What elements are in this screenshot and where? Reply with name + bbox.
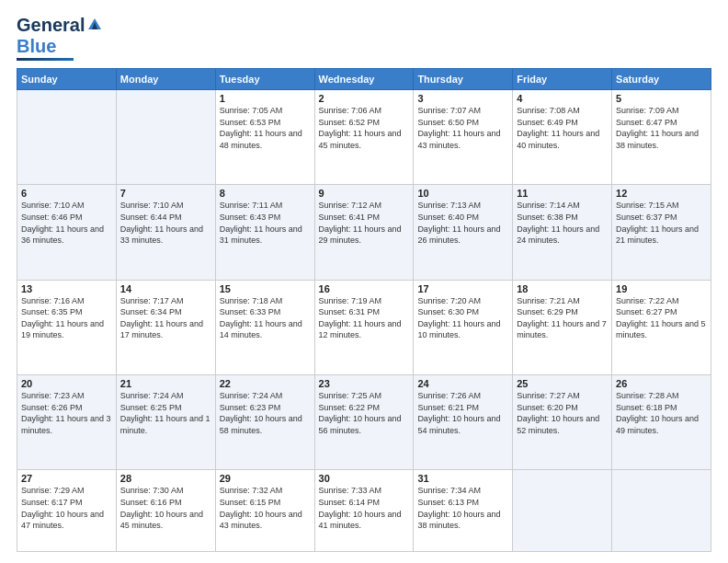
day-info: Sunrise: 7:27 AMSunset: 6:20 PMDaylight:… [517,390,608,436]
calendar-cell [116,90,215,185]
day-info: Sunrise: 7:09 AMSunset: 6:47 PMDaylight:… [616,105,707,151]
day-number: 1 [220,93,311,104]
day-info: Sunrise: 7:34 AMSunset: 6:13 PMDaylight:… [417,485,508,531]
day-number: 22 [220,378,311,389]
day-number: 20 [21,378,112,389]
header: General Blue [17,15,711,61]
calendar-header-monday: Monday [116,69,215,90]
day-number: 4 [517,93,608,104]
day-info: Sunrise: 7:16 AMSunset: 6:35 PMDaylight:… [21,295,112,341]
day-info: Sunrise: 7:17 AMSunset: 6:34 PMDaylight:… [120,295,211,341]
logo: General Blue [17,15,103,61]
day-info: Sunrise: 7:24 AMSunset: 6:25 PMDaylight:… [120,390,211,436]
day-info: Sunrise: 7:13 AMSunset: 6:40 PMDaylight:… [417,200,508,246]
calendar-week-row-2: 6Sunrise: 7:10 AMSunset: 6:46 PMDaylight… [17,185,711,280]
day-number: 23 [319,378,410,389]
logo-blue: Blue [17,36,56,57]
day-info: Sunrise: 7:22 AMSunset: 6:27 PMDaylight:… [616,295,707,341]
calendar-cell: 11Sunrise: 7:14 AMSunset: 6:38 PMDayligh… [513,185,612,280]
calendar-cell: 27Sunrise: 7:29 AMSunset: 6:17 PMDayligh… [17,470,117,552]
day-info: Sunrise: 7:06 AMSunset: 6:52 PMDaylight:… [319,105,410,151]
day-number: 17 [417,283,508,294]
day-number: 5 [616,93,707,104]
day-number: 28 [120,473,211,484]
calendar-cell: 20Sunrise: 7:23 AMSunset: 6:26 PMDayligh… [17,374,117,469]
logo-general: General [17,15,85,36]
day-number: 6 [21,188,112,199]
day-info: Sunrise: 7:07 AMSunset: 6:50 PMDaylight:… [417,105,508,151]
calendar-cell: 25Sunrise: 7:27 AMSunset: 6:20 PMDayligh… [513,374,612,469]
day-info: Sunrise: 7:29 AMSunset: 6:17 PMDaylight:… [21,485,112,531]
day-info: Sunrise: 7:26 AMSunset: 6:21 PMDaylight:… [417,390,508,436]
day-number: 21 [120,378,211,389]
day-number: 16 [319,283,410,294]
day-info: Sunrise: 7:14 AMSunset: 6:38 PMDaylight:… [517,200,608,246]
day-info: Sunrise: 7:18 AMSunset: 6:33 PMDaylight:… [220,295,311,341]
day-number: 9 [319,188,410,199]
calendar-header-sunday: Sunday [17,69,117,90]
day-info: Sunrise: 7:25 AMSunset: 6:22 PMDaylight:… [319,390,410,436]
day-number: 30 [319,473,410,484]
day-number: 12 [616,188,707,199]
calendar-week-row-3: 13Sunrise: 7:16 AMSunset: 6:35 PMDayligh… [17,280,711,374]
day-number: 14 [120,283,211,294]
day-number: 10 [417,188,508,199]
calendar-cell: 16Sunrise: 7:19 AMSunset: 6:31 PMDayligh… [314,280,414,374]
day-number: 8 [220,188,311,199]
calendar-cell: 12Sunrise: 7:15 AMSunset: 6:37 PMDayligh… [612,185,711,280]
calendar-cell: 31Sunrise: 7:34 AMSunset: 6:13 PMDayligh… [414,470,513,552]
day-number: 31 [417,473,508,484]
calendar-cell [612,470,711,552]
calendar-cell: 9Sunrise: 7:12 AMSunset: 6:41 PMDaylight… [314,185,414,280]
day-number: 19 [616,283,707,294]
calendar-cell: 5Sunrise: 7:09 AMSunset: 6:47 PMDaylight… [612,90,711,185]
calendar-cell: 18Sunrise: 7:21 AMSunset: 6:29 PMDayligh… [513,280,612,374]
day-number: 7 [120,188,211,199]
calendar-cell: 30Sunrise: 7:33 AMSunset: 6:14 PMDayligh… [314,470,414,552]
day-info: Sunrise: 7:30 AMSunset: 6:16 PMDaylight:… [120,485,211,531]
calendar-cell: 17Sunrise: 7:20 AMSunset: 6:30 PMDayligh… [414,280,513,374]
calendar-header-friday: Friday [513,69,612,90]
calendar-header-thursday: Thursday [414,69,513,90]
day-info: Sunrise: 7:24 AMSunset: 6:23 PMDaylight:… [220,390,311,436]
calendar-table: SundayMondayTuesdayWednesdayThursdayFrid… [17,68,711,552]
day-number: 15 [220,283,311,294]
logo-icon [86,17,103,33]
calendar-cell: 4Sunrise: 7:08 AMSunset: 6:49 PMDaylight… [513,90,612,185]
day-number: 11 [517,188,608,199]
day-info: Sunrise: 7:08 AMSunset: 6:49 PMDaylight:… [517,105,608,151]
calendar-cell: 21Sunrise: 7:24 AMSunset: 6:25 PMDayligh… [116,374,215,469]
day-info: Sunrise: 7:05 AMSunset: 6:53 PMDaylight:… [220,105,311,151]
day-info: Sunrise: 7:10 AMSunset: 6:46 PMDaylight:… [21,200,112,246]
calendar-week-row-4: 20Sunrise: 7:23 AMSunset: 6:26 PMDayligh… [17,374,711,469]
calendar-cell: 26Sunrise: 7:28 AMSunset: 6:18 PMDayligh… [612,374,711,469]
day-number: 18 [517,283,608,294]
calendar-cell: 29Sunrise: 7:32 AMSunset: 6:15 PMDayligh… [215,470,314,552]
day-info: Sunrise: 7:15 AMSunset: 6:37 PMDaylight:… [616,200,707,246]
day-info: Sunrise: 7:21 AMSunset: 6:29 PMDaylight:… [517,295,608,341]
day-number: 25 [517,378,608,389]
page: General Blue SundayMondayTuesdayWednesda… [0,0,728,563]
calendar-header-saturday: Saturday [612,69,711,90]
calendar-cell [17,90,117,185]
day-number: 3 [417,93,508,104]
calendar-cell: 1Sunrise: 7:05 AMSunset: 6:53 PMDaylight… [215,90,314,185]
day-info: Sunrise: 7:12 AMSunset: 6:41 PMDaylight:… [319,200,410,246]
calendar-cell: 23Sunrise: 7:25 AMSunset: 6:22 PMDayligh… [314,374,414,469]
day-number: 29 [220,473,311,484]
day-info: Sunrise: 7:11 AMSunset: 6:43 PMDaylight:… [220,200,311,246]
calendar-cell: 2Sunrise: 7:06 AMSunset: 6:52 PMDaylight… [314,90,414,185]
day-number: 13 [21,283,112,294]
calendar-cell: 3Sunrise: 7:07 AMSunset: 6:50 PMDaylight… [414,90,513,185]
calendar-cell: 22Sunrise: 7:24 AMSunset: 6:23 PMDayligh… [215,374,314,469]
day-info: Sunrise: 7:28 AMSunset: 6:18 PMDaylight:… [616,390,707,436]
calendar-header-wednesday: Wednesday [314,69,414,90]
calendar-cell: 24Sunrise: 7:26 AMSunset: 6:21 PMDayligh… [414,374,513,469]
calendar-cell: 6Sunrise: 7:10 AMSunset: 6:46 PMDaylight… [17,185,117,280]
day-info: Sunrise: 7:23 AMSunset: 6:26 PMDaylight:… [21,390,112,436]
day-number: 27 [21,473,112,484]
calendar-cell: 8Sunrise: 7:11 AMSunset: 6:43 PMDaylight… [215,185,314,280]
calendar-cell: 10Sunrise: 7:13 AMSunset: 6:40 PMDayligh… [414,185,513,280]
day-info: Sunrise: 7:32 AMSunset: 6:15 PMDaylight:… [220,485,311,531]
calendar-cell: 19Sunrise: 7:22 AMSunset: 6:27 PMDayligh… [612,280,711,374]
